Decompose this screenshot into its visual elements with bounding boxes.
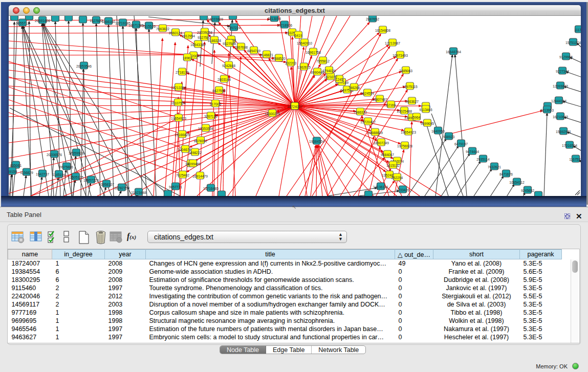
svg-text:20691406: 20691406 (35, 19, 50, 23)
svg-text:19756928: 19756928 (397, 144, 412, 148)
svg-text:2388520: 2388520 (272, 57, 286, 60)
svg-text:8990448: 8990448 (311, 71, 324, 74)
svg-text:10807487: 10807487 (372, 98, 387, 101)
svg-text:16961758: 16961758 (306, 51, 321, 54)
svg-text:7485063: 7485063 (399, 69, 412, 73)
svg-text:8213953: 8213953 (540, 108, 554, 112)
svg-text:9975886: 9975886 (60, 165, 73, 169)
svg-text:15640910: 15640910 (297, 41, 312, 45)
svg-text:17016504: 17016504 (562, 144, 577, 147)
svg-text:8678352: 8678352 (194, 139, 207, 143)
svg-text:15716485: 15716485 (203, 187, 219, 190)
svg-text:14099489: 14099489 (185, 162, 201, 166)
svg-text:12444154: 12444154 (551, 99, 567, 103)
svg-text:917006: 917006 (210, 102, 222, 106)
svg-text:12093873: 12093873 (553, 84, 568, 88)
svg-text:16033809: 16033809 (208, 17, 223, 21)
svg-text:2087652: 2087652 (366, 17, 379, 21)
svg-text:1362615: 1362615 (297, 65, 311, 69)
svg-text:9146821: 9146821 (260, 53, 273, 57)
svg-text:10688609: 10688609 (367, 131, 383, 135)
svg-text:20053546: 20053546 (76, 64, 92, 68)
svg-text:1733426: 1733426 (396, 188, 409, 192)
svg-text:8454749: 8454749 (247, 49, 260, 53)
svg-text:2718176: 2718176 (176, 71, 189, 74)
svg-text:6479197: 6479197 (454, 142, 468, 146)
svg-text:8912954: 8912954 (182, 34, 195, 38)
svg-text:2867608: 2867608 (234, 46, 248, 49)
svg-text:1527602: 1527602 (90, 19, 103, 23)
svg-text:10671385: 10671385 (128, 24, 144, 27)
svg-text:7357224: 7357224 (227, 26, 241, 30)
svg-text:15751074: 15751074 (565, 41, 581, 45)
svg-text:18907249: 18907249 (374, 141, 389, 145)
svg-text:10654112: 10654112 (509, 181, 525, 184)
svg-text:19384554: 19384554 (309, 140, 324, 143)
svg-text:16154808: 16154808 (375, 29, 390, 32)
svg-text:8471676: 8471676 (499, 172, 513, 176)
svg-text:1615132: 1615132 (386, 164, 400, 167)
svg-text:11174: 11174 (574, 28, 581, 32)
svg-text:9699695: 9699695 (421, 122, 434, 125)
svg-text:3267130: 3267130 (204, 115, 217, 118)
svg-text:1942737: 1942737 (36, 172, 49, 176)
svg-text:7986322: 7986322 (354, 111, 367, 114)
svg-text:7632621: 7632621 (488, 165, 501, 169)
svg-text:9245652: 9245652 (521, 189, 534, 192)
svg-text:1145194: 1145194 (52, 173, 66, 177)
svg-text:20206576: 20206576 (47, 153, 62, 157)
svg-text:1640953: 1640953 (431, 129, 445, 133)
svg-text:7515526: 7515526 (142, 25, 156, 28)
svg-text:15692971: 15692971 (556, 130, 571, 134)
svg-text:12213389: 12213389 (171, 86, 186, 90)
svg-text:15720407: 15720407 (360, 120, 376, 124)
svg-text:8186328: 8186328 (208, 39, 221, 42)
svg-text:39159: 39159 (9, 170, 17, 173)
svg-text:6794028: 6794028 (322, 69, 336, 73)
svg-text:1156829: 1156829 (20, 171, 33, 174)
svg-text:9327508: 9327508 (223, 42, 236, 46)
svg-text:7955812: 7955812 (316, 59, 330, 63)
svg-text:11923448: 11923448 (131, 191, 146, 194)
svg-text:8813054: 8813054 (268, 17, 281, 20)
svg-text:3624554: 3624554 (361, 92, 374, 95)
svg-text:9463627: 9463627 (405, 100, 419, 103)
svg-text:12353594: 12353594 (198, 127, 213, 130)
svg-text:6466160: 6466160 (102, 20, 115, 24)
svg-text:1621072: 1621072 (324, 75, 337, 79)
svg-text:10973493: 10973493 (393, 54, 408, 57)
svg-text:2935114: 2935114 (476, 158, 490, 161)
svg-text:10025488: 10025488 (397, 110, 412, 113)
svg-text:9857771: 9857771 (169, 185, 182, 189)
svg-text:5964: 5964 (413, 116, 421, 119)
svg-text:7663822: 7663822 (156, 27, 169, 31)
svg-text:9055712: 9055712 (16, 21, 29, 25)
svg-text:10958107: 10958107 (99, 183, 114, 186)
svg-text:252254: 252254 (391, 176, 403, 180)
svg-text:16914479: 16914479 (192, 174, 208, 178)
svg-text:17957223: 17957223 (83, 179, 99, 182)
svg-text:3498222: 3498222 (188, 151, 202, 155)
svg-text:7625402: 7625402 (176, 173, 189, 177)
svg-text:9684067: 9684067 (381, 153, 394, 157)
svg-text:19654923: 19654923 (171, 117, 186, 120)
svg-text:9227342: 9227342 (556, 70, 569, 73)
svg-text:9113465: 9113465 (419, 108, 432, 112)
svg-text:18961: 18961 (183, 56, 192, 60)
svg-text:9474444: 9474444 (466, 150, 479, 154)
svg-text:9242848: 9242848 (222, 64, 235, 68)
svg-text:18724007: 18724007 (287, 105, 302, 108)
svg-text:938923: 938923 (443, 135, 455, 139)
svg-text:15300275: 15300275 (265, 112, 280, 116)
svg-text:17359928: 17359928 (69, 151, 84, 155)
svg-text:16543382: 16543382 (190, 43, 206, 47)
svg-text:14136141: 14136141 (373, 185, 388, 189)
svg-text:19218906: 19218906 (277, 24, 292, 27)
svg-text:62160: 62160 (386, 103, 396, 107)
svg-text:12505135: 12505135 (68, 176, 83, 179)
svg-text:16210643: 16210643 (553, 115, 568, 119)
svg-text:16648764: 16648764 (446, 50, 461, 54)
svg-text:1167533: 1167533 (569, 158, 581, 161)
svg-text:8427552: 8427552 (212, 89, 226, 93)
svg-text:8960124: 8960124 (169, 31, 182, 35)
